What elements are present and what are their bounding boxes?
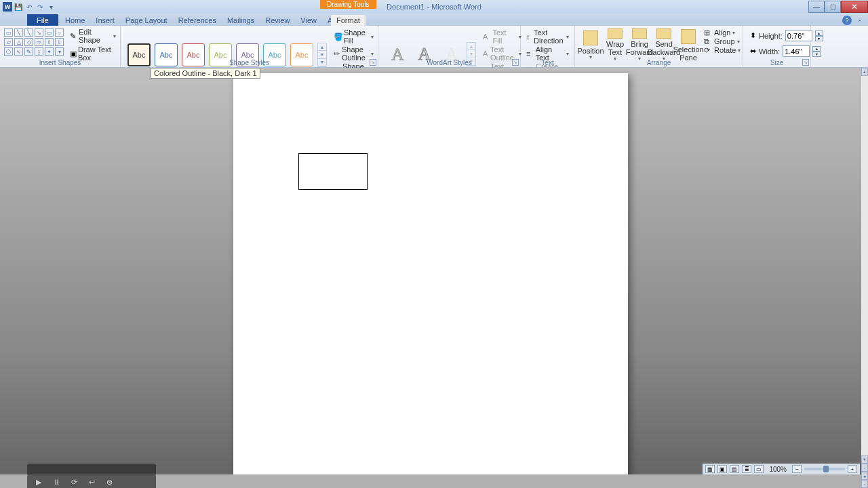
group-button[interactable]: ⧉Group▾ xyxy=(704,37,741,45)
close-button[interactable]: ✕ xyxy=(841,1,868,13)
shape-curve-icon[interactable]: ∿ xyxy=(14,47,23,56)
pause-icon[interactable]: ⏸ xyxy=(52,477,61,487)
dialog-launcher-size[interactable]: ↘ xyxy=(802,59,809,66)
shape-arrow-icon[interactable]: ↘ xyxy=(35,28,43,37)
wordart-thumb-1[interactable]: A xyxy=(385,42,410,66)
shape-rect-icon[interactable]: ▭ xyxy=(45,28,54,37)
rotate-button[interactable]: ⟳Rotate▾ xyxy=(704,46,741,54)
height-down[interactable]: ▾ xyxy=(815,36,823,41)
group-label: Arrange xyxy=(647,59,671,66)
next-page-icon[interactable]: ◦ xyxy=(861,480,868,488)
tab-mailings[interactable]: Mailings xyxy=(222,15,260,26)
shape-fill-button[interactable]: 🪣Shape Fill▾ xyxy=(334,28,374,45)
zoom-in-button[interactable]: + xyxy=(848,465,857,473)
qat-undo-icon[interactable]: ↶ xyxy=(24,2,34,12)
width-input[interactable] xyxy=(783,45,810,57)
height-up[interactable]: ▴ xyxy=(815,30,823,36)
group-text: ↕Text Direction▾ ≡Align Text▾ ⛓Create Li… xyxy=(521,26,575,67)
prev-page-icon[interactable]: ◦ xyxy=(861,464,868,472)
shape-rarrow-icon[interactable]: ⇨ xyxy=(35,38,43,46)
style-thumb-4[interactable]: Abc xyxy=(209,43,232,66)
style-thumb-3[interactable]: Abc xyxy=(182,43,205,66)
shape-star-icon[interactable]: ✦ xyxy=(45,47,54,56)
vertical-scrollbar[interactable]: ▴ ▾ ◦ ● ◦ xyxy=(861,68,868,488)
play-icon[interactable]: ▶ xyxy=(34,477,43,487)
style-thumb-2[interactable]: Abc xyxy=(155,43,178,66)
style-thumb-7[interactable]: Abc xyxy=(290,43,313,66)
document-title: Document1 - Microsoft Word xyxy=(387,3,481,11)
stop-icon[interactable]: ⊗ xyxy=(104,477,114,487)
width-up[interactable]: ▴ xyxy=(812,46,821,52)
tab-insert[interactable]: Insert xyxy=(90,15,120,26)
view-outline-icon[interactable]: ≣ xyxy=(742,465,751,473)
height-control[interactable]: ⬍ Height: ▴▾ xyxy=(750,30,804,41)
align-text-icon: ≡ xyxy=(526,49,534,58)
collapse-ribbon-icon[interactable]: ⌃ xyxy=(857,19,863,26)
qat-redo-icon[interactable]: ↷ xyxy=(35,2,45,12)
shape-scribble-icon[interactable]: ✎ xyxy=(24,47,33,56)
view-print-icon[interactable]: ▦ xyxy=(705,465,715,473)
dialog-launcher-shape-styles[interactable]: ↘ xyxy=(370,59,376,66)
ribbon: ▭ ╲ ╲ ↘ ▭ ○ ▱ △ ◇ ⇨ ⇧ ⇩ ⬡ ∿ ✎ } ✦ ▾ xyxy=(0,26,868,68)
edit-shape-icon: ✎ xyxy=(70,32,77,40)
qat-customize-icon[interactable]: ▾ xyxy=(46,2,56,12)
scroll-up-icon[interactable]: ▴ xyxy=(861,68,868,76)
browse-icon[interactable]: ● xyxy=(861,472,868,480)
qat-save-icon[interactable]: 💾 xyxy=(14,2,23,12)
shape-line-icon[interactable]: ╲ xyxy=(14,28,23,37)
send-backward-button[interactable]: Send Backward▾ xyxy=(652,28,675,62)
shape-triangle-icon[interactable]: △ xyxy=(14,38,23,46)
width-down[interactable]: ▾ xyxy=(812,52,821,57)
reload-icon[interactable]: ⟳ xyxy=(69,477,79,487)
shape-uarrow-icon[interactable]: ⇧ xyxy=(45,38,54,46)
shape-darrow-icon[interactable]: ⇩ xyxy=(55,38,64,46)
back-icon[interactable]: ↩ xyxy=(87,477,96,487)
height-input[interactable] xyxy=(785,30,812,41)
shape-freeform-icon[interactable]: ⬡ xyxy=(4,47,13,56)
zoom-out-button[interactable]: − xyxy=(792,465,802,473)
text-direction-button[interactable]: ↕Text Direction▾ xyxy=(526,28,569,45)
shapes-gallery[interactable]: ▭ ╲ ╲ ↘ ▭ ○ ▱ △ ◇ ⇨ ⇧ ⇩ ⬡ ∿ ✎ } ✦ ▾ xyxy=(3,27,66,62)
tab-review[interactable]: Review xyxy=(260,15,295,26)
tab-format[interactable]: Format xyxy=(331,15,366,26)
style-thumb-1[interactable]: Abc xyxy=(127,43,151,66)
align-button[interactable]: ⊞Align▾ xyxy=(704,28,741,37)
shape-line2-icon[interactable]: ╲ xyxy=(24,28,33,37)
tab-view[interactable]: View xyxy=(295,15,322,26)
view-fullscreen-icon[interactable]: ▣ xyxy=(717,465,727,473)
dialog-launcher-wordart[interactable]: ↘ xyxy=(512,59,519,66)
selection-pane-button[interactable]: Selection Pane xyxy=(677,28,700,62)
document-workspace xyxy=(0,68,861,474)
shape-more-icon[interactable]: ▾ xyxy=(55,47,64,56)
group-shape-styles: Abc Abc Abc Abc Abc Abc Abc ▴▾▾ 🪣Shape F… xyxy=(121,26,378,67)
wrap-text-button[interactable]: Wrap Text▾ xyxy=(604,28,627,62)
text-direction-icon: ↕ xyxy=(526,33,532,41)
scroll-down-icon[interactable]: ▾ xyxy=(861,455,868,464)
edit-shape-button[interactable]: ✎ Edit Shape ▾ xyxy=(68,27,117,45)
tab-home[interactable]: Home xyxy=(60,15,90,26)
tab-file[interactable]: File xyxy=(27,14,58,26)
tab-page-layout[interactable]: Page Layout xyxy=(120,15,173,26)
zoom-slider[interactable] xyxy=(804,468,845,470)
page[interactable] xyxy=(233,73,628,474)
minimize-button[interactable]: — xyxy=(808,1,825,13)
tab-references[interactable]: References xyxy=(173,15,222,26)
group-wordart-styles: A A A ▴▾▾ AText Fill▾ AText Outline▾ ATe… xyxy=(378,26,521,67)
shape-diamond-icon[interactable]: ◇ xyxy=(24,38,33,46)
shape-oval-icon[interactable]: ○ xyxy=(55,28,64,37)
zoom-thumb[interactable] xyxy=(823,466,829,472)
view-web-icon[interactable]: ▤ xyxy=(730,465,739,473)
shape-textbox-icon[interactable]: ▭ xyxy=(4,28,13,37)
maximize-button[interactable]: ☐ xyxy=(825,1,841,13)
shape-brace-icon[interactable]: } xyxy=(35,47,43,56)
styles-more-button[interactable]: ▴▾▾ xyxy=(317,43,327,67)
rectangle-shape[interactable] xyxy=(298,153,368,190)
tooltip: Colored Outline - Black, Dark 1 xyxy=(151,68,260,79)
wrap-icon xyxy=(608,28,623,39)
width-control[interactable]: ⬌ Width: ▴▾ xyxy=(750,45,804,57)
shape-outline-button[interactable]: ✏Shape Outline▾ xyxy=(334,45,374,62)
help-icon[interactable]: ? xyxy=(842,16,852,25)
shape-btn7-icon[interactable]: ▱ xyxy=(4,38,13,46)
view-draft-icon[interactable]: ▭ xyxy=(754,465,764,473)
position-button[interactable]: Position▾ xyxy=(579,28,602,62)
